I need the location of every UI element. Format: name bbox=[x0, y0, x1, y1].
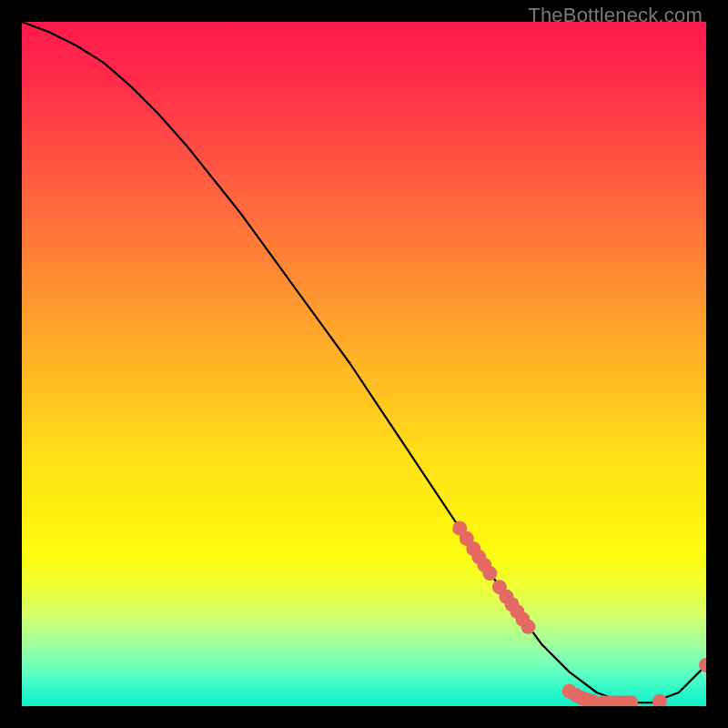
data-point bbox=[652, 694, 667, 706]
chart-frame: TheBottleneck.com bbox=[0, 0, 728, 728]
bottleneck-curve bbox=[22, 22, 706, 703]
plot-area bbox=[22, 22, 706, 706]
data-point bbox=[521, 620, 536, 634]
data-point bbox=[482, 566, 497, 581]
chart-svg bbox=[22, 22, 706, 706]
